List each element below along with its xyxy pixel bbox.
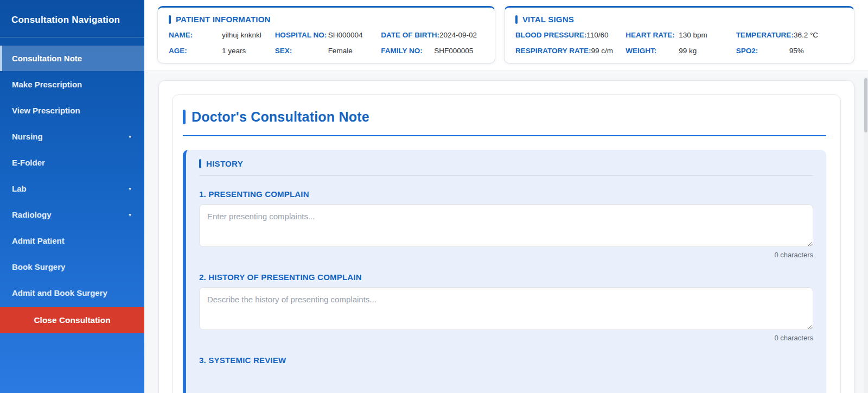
field-family-no: FAMILY NO: SHF000005 [381, 47, 484, 55]
field-value: SH000004 [328, 31, 363, 39]
sidebar-nav: Consultation Note Make Prescription View… [0, 37, 144, 306]
field-value: SHF000005 [434, 47, 473, 55]
sidebar-item-label: Nursing [12, 132, 43, 141]
history-of-presenting-complain-textarea[interactable] [199, 287, 813, 330]
note-outer-card: Doctor's Consultation Note HISTORY 1. PR… [158, 80, 854, 393]
sidebar-item-consultation-note[interactable]: Consultation Note [0, 46, 144, 71]
field-label: FAMILY NO: [381, 47, 434, 55]
field-label: SPO2: [736, 47, 789, 55]
top-cards-row: PATIENT INFORMATION NAME: yilhuj knknkl … [144, 0, 868, 71]
field-label: RESPIRATORY RATE: [515, 47, 591, 55]
sidebar-item-label: Make Prescription [12, 80, 82, 89]
field-value: 130 bpm [679, 31, 707, 39]
title-divider [183, 135, 826, 136]
vertical-scrollbar[interactable] [864, 77, 868, 393]
field-hospital-no: HOSPITAL NO: SH000004 [275, 31, 378, 39]
note-title-row: Doctor's Consultation Note [183, 109, 826, 125]
accent-bar-icon [169, 15, 171, 24]
field-value: 99 kg [679, 47, 697, 55]
field-label: NAME: [169, 31, 222, 39]
chevron-down-icon: ▾ [129, 134, 131, 140]
field-value: 99 c/m [591, 47, 613, 55]
field-value: Female [328, 47, 353, 55]
chevron-down-icon: ▾ [129, 212, 131, 218]
sidebar-item-label: Admit and Book Surgery [12, 288, 107, 297]
presenting-complain-label: 1. PRESENTING COMPLAIN [199, 189, 813, 199]
sidebar-item-view-prescription[interactable]: View Prescription [0, 98, 144, 123]
sidebar-item-label: View Prescription [12, 106, 80, 115]
sidebar-item-radiology[interactable]: Radiology ▾ [0, 202, 144, 227]
field-value: 1 years [222, 47, 246, 55]
note-area: Doctor's Consultation Note HISTORY 1. PR… [144, 71, 868, 393]
field-label: HOSPITAL NO: [275, 31, 328, 39]
close-consultation-button[interactable]: Close Consultation [0, 307, 144, 333]
sidebar-title: Consultation Navigation [0, 0, 144, 37]
field-weight: WEIGHT: 99 kg [626, 47, 732, 55]
vital-signs-title: VITAL SIGNS [522, 15, 574, 24]
field-value: 110/60 [586, 31, 608, 39]
field-sex: SEX: Female [275, 47, 378, 55]
presenting-complain-textarea[interactable] [199, 204, 813, 247]
sidebar-item-label: Lab [12, 184, 27, 193]
patient-information-card: PATIENT INFORMATION NAME: yilhuj knknkl … [157, 6, 495, 64]
patient-information-header: PATIENT INFORMATION [169, 15, 484, 24]
sidebar-item-admit-patient[interactable]: Admit Patient [0, 228, 144, 253]
field-label: SEX: [275, 47, 328, 55]
char-counter: 0 characters [199, 334, 813, 342]
field-value: 95% [789, 47, 804, 55]
scrollbar-thumb[interactable] [864, 78, 867, 132]
patient-information-fields: NAME: yilhuj knknkl HOSPITAL NO: SH00000… [169, 31, 484, 55]
field-respiratory-rate: RESPIRATORY RATE: 99 c/m [515, 47, 622, 55]
systemic-review-label: 3. SYSTEMIC REVIEW [199, 356, 813, 365]
patient-information-title: PATIENT INFORMATION [176, 15, 271, 24]
field-value: 36.2 °C [794, 31, 818, 39]
field-value: 2024-09-02 [439, 31, 477, 39]
field-spo2: SPO2: 95% [736, 47, 843, 55]
field-value: yilhuj knknkl [222, 31, 261, 39]
history-title: HISTORY [206, 159, 243, 168]
field-label: BLOOD PRESSURE: [515, 31, 586, 39]
page-title: Doctor's Consultation Note [192, 109, 369, 125]
field-label: HEART RATE: [626, 31, 679, 39]
sidebar-item-nursing[interactable]: Nursing ▾ [0, 124, 144, 149]
chevron-down-icon: ▾ [129, 186, 131, 192]
vital-signs-card: VITAL SIGNS BLOOD PRESSURE: 110/60 HEART… [504, 6, 854, 64]
accent-bar-icon [515, 15, 518, 24]
history-section: HISTORY 1. PRESENTING COMPLAIN 0 charact… [183, 150, 826, 393]
sidebar-item-label: Book Surgery [12, 262, 65, 271]
field-temperature: TEMPERATURE: 36.2 °C [736, 31, 843, 39]
history-of-presenting-complain-label: 2. HISTORY OF PRESENTING COMPLAIN [199, 272, 813, 282]
char-counter: 0 characters [199, 251, 813, 259]
sidebar-item-make-prescription[interactable]: Make Prescription [0, 72, 144, 97]
vital-signs-header: VITAL SIGNS [515, 15, 843, 24]
history-header: HISTORY [199, 159, 813, 168]
sidebar-item-label: Radiology [12, 210, 52, 219]
consultation-sidebar: Consultation Navigation Consultation Not… [0, 0, 144, 393]
sidebar-item-admit-and-book-surgery[interactable]: Admit and Book Surgery [0, 280, 144, 306]
sidebar-item-label: Admit Patient [12, 236, 65, 245]
history-divider [199, 175, 813, 176]
field-label: WEIGHT: [626, 47, 679, 55]
field-blood-pressure: BLOOD PRESSURE: 110/60 [515, 31, 622, 39]
sidebar-item-label: E-Folder [12, 158, 45, 167]
field-name: NAME: yilhuj knknkl [169, 31, 272, 39]
sidebar-item-book-surgery[interactable]: Book Surgery [0, 254, 144, 280]
sidebar-item-e-folder[interactable]: E-Folder [0, 150, 144, 175]
field-label: AGE: [169, 47, 222, 55]
field-date-of-birth: DATE OF BIRTH: 2024-09-02 [381, 31, 484, 39]
accent-bar-icon [183, 110, 186, 124]
field-heart-rate: HEART RATE: 130 bpm [626, 31, 732, 39]
sidebar-item-label: Consultation Note [12, 54, 82, 63]
vital-signs-fields: BLOOD PRESSURE: 110/60 HEART RATE: 130 b… [515, 31, 843, 55]
field-label: DATE OF BIRTH: [381, 31, 439, 39]
field-age: AGE: 1 years [169, 47, 272, 55]
note-inner-card: Doctor's Consultation Note HISTORY 1. PR… [172, 94, 841, 393]
main-content: PATIENT INFORMATION NAME: yilhuj knknkl … [144, 0, 868, 393]
field-label: TEMPERATURE: [736, 31, 794, 39]
sidebar-item-lab[interactable]: Lab ▾ [0, 176, 144, 201]
accent-bar-icon [199, 159, 201, 168]
